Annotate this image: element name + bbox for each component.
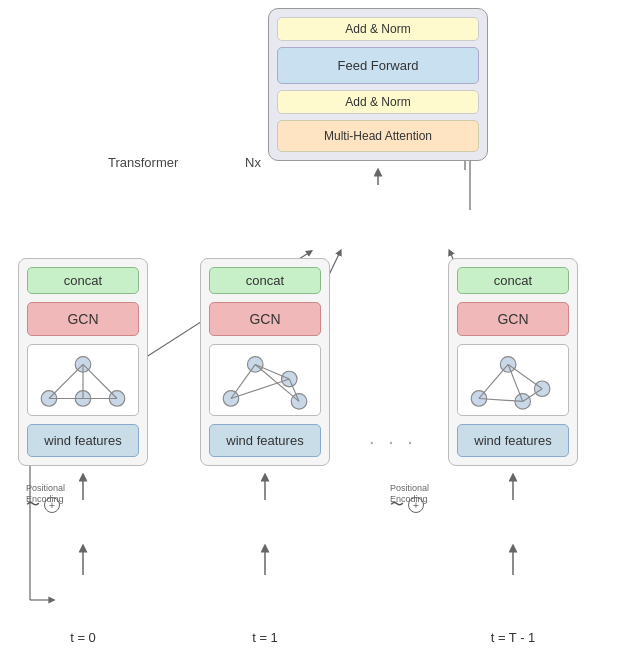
concat-box-1: concat — [209, 267, 321, 294]
col-inner-1: concat GCN wind features — [200, 258, 330, 466]
gcn-box-1: GCN — [209, 302, 321, 336]
graph-svg-1 — [210, 345, 320, 415]
pos-enc-label-0: PositionalEncoding — [26, 483, 65, 505]
ellipsis: · · · — [348, 430, 438, 453]
svg-line-35 — [231, 364, 255, 398]
time-label-2: t = T - 1 — [448, 630, 578, 645]
graph-box-0 — [27, 344, 139, 416]
nx-label: Nx — [245, 155, 261, 170]
column-0: 〜 + PositionalEncoding concat GCN — [18, 258, 148, 466]
wind-box-2: wind features — [457, 424, 569, 457]
svg-line-36 — [255, 364, 289, 379]
time-label-0: t = 0 — [18, 630, 148, 645]
wind-box-0: wind features — [27, 424, 139, 457]
feed-forward-label: Feed Forward — [338, 58, 419, 73]
multi-head-attn-label: Multi-Head Attention — [324, 129, 432, 143]
svg-line-44 — [479, 364, 508, 398]
column-2: 〜 + PositionalEncoding concat GCN — [448, 258, 578, 466]
svg-point-42 — [534, 381, 550, 397]
time-label-1: t = 1 — [200, 630, 330, 645]
column-1: 〜 + PositionalEncoding concat GCN — [200, 258, 330, 466]
col-inner-0: concat GCN wind features — [18, 258, 148, 466]
pos-enc-label-1: PositionalEncoding — [390, 483, 429, 505]
svg-line-38 — [231, 379, 289, 398]
add-norm-box-2: Add & Norm — [277, 90, 479, 114]
graph-svg-2 — [458, 345, 568, 415]
gcn-box-0: GCN — [27, 302, 139, 336]
concat-box-0: concat — [27, 267, 139, 294]
gcn-box-2: GCN — [457, 302, 569, 336]
wind-box-1: wind features — [209, 424, 321, 457]
add-norm-box-1: Add & Norm — [277, 17, 479, 41]
graph-box-1 — [209, 344, 321, 416]
graph-box-2 — [457, 344, 569, 416]
feed-forward-box: Feed Forward — [277, 47, 479, 84]
multi-head-attn-box: Multi-Head Attention — [277, 120, 479, 152]
transformer-block: Add & Norm Feed Forward Add & Norm Multi… — [268, 8, 488, 161]
graph-svg-0 — [28, 345, 138, 415]
diagram: Add & Norm Feed Forward Add & Norm Multi… — [0, 0, 636, 652]
concat-box-2: concat — [457, 267, 569, 294]
col-inner-2: concat GCN wind features — [448, 258, 578, 466]
transformer-label: Transformer — [108, 155, 178, 170]
